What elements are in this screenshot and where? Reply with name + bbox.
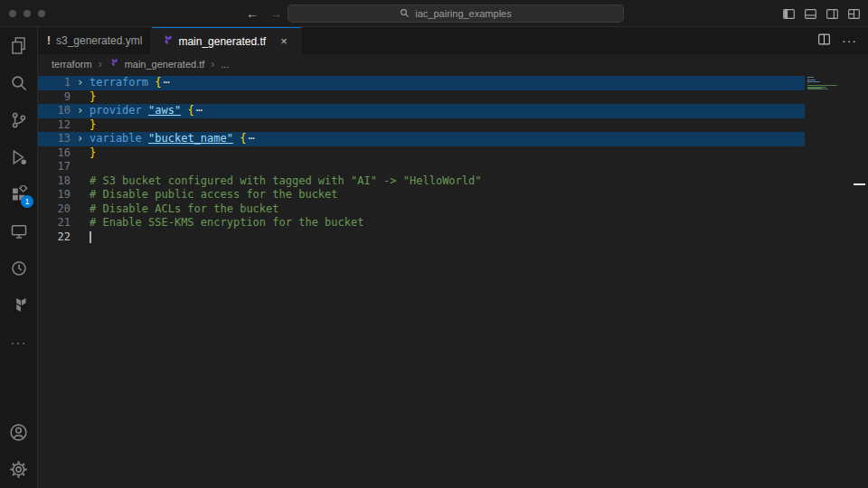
terraform-file-icon	[108, 58, 118, 70]
fold-gutter	[71, 188, 90, 202]
line-number[interactable]: 19	[38, 188, 71, 202]
line-number[interactable]: 20	[38, 202, 71, 217]
command-center-search[interactable]: iac_pairing_examples	[288, 5, 624, 23]
tab-label: s3_generated.yml	[56, 34, 142, 47]
code-text: provider "aws" {⋯	[90, 104, 805, 118]
fold-chevron-icon[interactable]: ›	[71, 132, 90, 146]
code-line-18[interactable]: 18# S3 bucket configured with tagged wit…	[38, 174, 805, 189]
fold-chevron-icon[interactable]: ›	[71, 104, 90, 118]
toggle-secondary-sidebar-icon[interactable]	[826, 7, 839, 21]
code-line-19[interactable]: 19# Disable public access for the bucket	[38, 188, 805, 202]
code-editor[interactable]: 1›terraform {⋯9}10›provider "aws" {⋯12}1…	[38, 73, 868, 488]
line-number[interactable]: 16	[38, 146, 71, 161]
fold-gutter	[71, 216, 90, 230]
chevron-right-icon: ›	[211, 58, 214, 70]
code-text	[90, 230, 805, 245]
fold-gutter	[71, 160, 90, 174]
fold-gutter	[71, 174, 90, 189]
more-actions-icon[interactable]: ···	[842, 33, 857, 48]
account-icon[interactable]	[0, 414, 37, 451]
line-number[interactable]: 1	[38, 76, 71, 90]
breadcrumb-file[interactable]: main_generated.tf	[125, 59, 205, 70]
code-line-1[interactable]: 1›terraform {⋯	[38, 76, 805, 90]
code-text: }	[90, 118, 805, 133]
terraform-sidebar-icon[interactable]	[0, 286, 37, 324]
window-controls	[9, 10, 45, 17]
fold-chevron-icon[interactable]: ›	[71, 76, 90, 90]
code-lines: 1›terraform {⋯9}10›provider "aws" {⋯12}1…	[38, 76, 868, 244]
code-text	[90, 160, 805, 174]
remote-explorer-icon[interactable]	[0, 212, 37, 249]
fold-gutter	[71, 118, 90, 133]
search-icon	[400, 8, 410, 20]
fold-gutter	[71, 230, 90, 245]
extensions-icon[interactable]: 1	[0, 175, 37, 212]
explorer-icon[interactable]	[0, 27, 37, 64]
code-text: # Enable SSE-KMS encryption for the buck…	[90, 216, 805, 230]
code-text: # S3 bucket configured with tagged with …	[90, 174, 805, 189]
layout-controls	[782, 0, 861, 27]
code-line-13[interactable]: 13›variable "bucket_name" {⋯	[38, 132, 805, 146]
code-text: }	[90, 146, 805, 161]
extensions-badge: 1	[21, 195, 33, 208]
line-number[interactable]: 17	[38, 160, 71, 174]
code-line-20[interactable]: 20# Disable ACLs for the bucket	[38, 202, 805, 217]
line-number[interactable]: 21	[38, 216, 71, 230]
code-line-16[interactable]: 16}	[38, 146, 805, 161]
window-minimize-button[interactable]	[24, 10, 31, 17]
terraform-file-icon	[161, 34, 173, 49]
settings-gear-icon[interactable]	[0, 451, 37, 488]
code-line-12[interactable]: 12}	[38, 118, 805, 133]
tab-s3-generated-yml[interactable]: ! s3_generated.yml	[38, 27, 152, 54]
code-line-17[interactable]: 17	[38, 160, 805, 174]
tab-main-generated-tf[interactable]: main_generated.tf ×	[152, 27, 301, 54]
window-close-button[interactable]	[9, 10, 16, 17]
tab-label: main_generated.tf	[178, 35, 266, 48]
line-number[interactable]: 18	[38, 174, 71, 189]
code-text: variable "bucket_name" {⋯	[90, 132, 805, 146]
breadcrumb-folder[interactable]: terraform	[52, 59, 92, 70]
split-editor-icon[interactable]	[817, 33, 831, 49]
line-number[interactable]: 12	[38, 118, 71, 133]
source-control-icon[interactable]	[0, 101, 37, 138]
tab-bar: ! s3_generated.yml main_generated.tf ×	[38, 27, 868, 54]
code-line-22[interactable]: 22	[38, 230, 805, 245]
breadcrumb: terraform › main_generated.tf › ...	[38, 54, 868, 73]
code-text: }	[90, 90, 805, 105]
minimap[interactable]	[807, 77, 868, 91]
code-line-10[interactable]: 10›provider "aws" {⋯	[38, 104, 805, 118]
close-tab-icon[interactable]: ×	[277, 34, 291, 48]
search-text: iac_pairing_examples	[415, 8, 511, 19]
code-line-9[interactable]: 9}	[38, 90, 805, 105]
toggle-panel-icon[interactable]	[804, 7, 817, 21]
editor-group: ! s3_generated.yml main_generated.tf ×	[38, 27, 868, 488]
line-number[interactable]: 13	[38, 132, 71, 146]
fold-gutter	[71, 90, 90, 105]
code-text: # Disable ACLs for the bucket	[90, 202, 805, 217]
forward-arrow-icon[interactable]: →	[269, 6, 282, 21]
code-text: terraform {⋯	[90, 76, 805, 90]
timeline-clock-icon[interactable]	[0, 249, 37, 286]
code-line-21[interactable]: 21# Enable SSE-KMS encryption for the bu…	[38, 216, 805, 230]
customize-layout-icon[interactable]	[847, 7, 861, 21]
run-debug-icon[interactable]	[0, 138, 37, 175]
history-nav: ← →	[246, 0, 282, 27]
overview-ruler-marker[interactable]	[854, 183, 865, 185]
line-number[interactable]: 10	[38, 104, 71, 118]
back-arrow-icon[interactable]: ←	[246, 6, 259, 21]
chevron-right-icon: ›	[99, 58, 102, 70]
title-bar: ← → iac_pairing_examples	[0, 0, 868, 27]
text-cursor	[90, 231, 91, 243]
additional-views-icon[interactable]: ···	[0, 324, 37, 361]
window-zoom-button[interactable]	[38, 10, 45, 17]
line-number[interactable]: 9	[38, 90, 71, 105]
toggle-sidebar-icon[interactable]	[782, 7, 796, 21]
vscode-window: ← → iac_pairing_examples	[0, 0, 868, 488]
workbench: 1 ···	[0, 27, 868, 488]
editor-actions: ···	[817, 27, 868, 54]
search-sidebar-icon[interactable]	[0, 64, 37, 101]
fold-gutter	[71, 202, 90, 217]
breadcrumb-more[interactable]: ...	[221, 59, 229, 70]
yaml-file-icon: !	[47, 34, 51, 47]
line-number[interactable]: 22	[38, 230, 71, 245]
